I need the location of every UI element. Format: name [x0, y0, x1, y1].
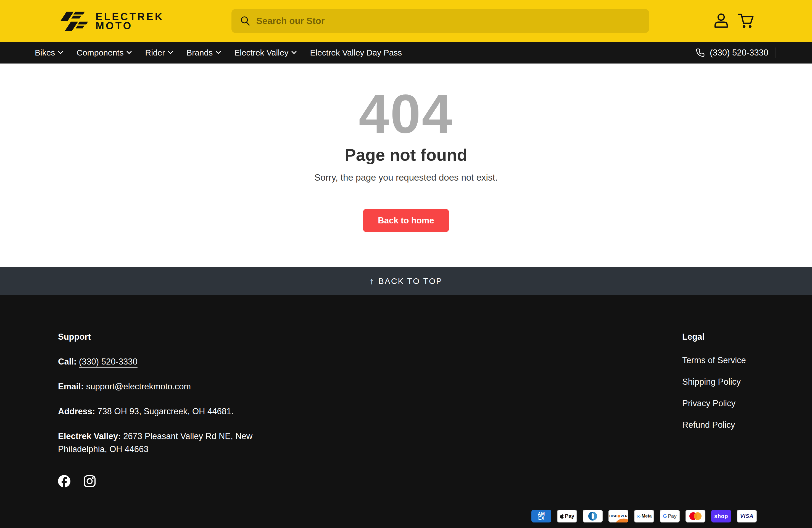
- call-label: Call:: [58, 357, 76, 366]
- nav-menu: Bikes Components Rider Brands Electrek V…: [35, 48, 402, 57]
- visa-text: VISA: [740, 513, 753, 519]
- nav-item-bikes[interactable]: Bikes: [35, 48, 62, 57]
- amex-text-top: AM: [538, 512, 545, 516]
- nav-item-rider[interactable]: Rider: [145, 48, 172, 57]
- nav-item-label: Rider: [145, 48, 165, 57]
- legal-link-shipping-policy[interactable]: Shipping Policy: [682, 376, 757, 388]
- instagram-icon[interactable]: [83, 475, 96, 487]
- phone-icon: [695, 48, 705, 57]
- support-valley-line: Electrek Valley: 2673 Pleasant Valley Rd…: [58, 430, 268, 456]
- back-to-top-bar[interactable]: ↑ BACK TO TOP: [0, 267, 812, 295]
- nav-item-label: Electrek Valley Day Pass: [310, 48, 402, 57]
- error-code: 404: [0, 63, 812, 142]
- meta-text: Meta: [642, 514, 652, 518]
- up-arrow-icon: ↑: [369, 276, 374, 287]
- discover-orange-dot: [618, 515, 620, 517]
- nav-item-brands[interactable]: Brands: [186, 48, 220, 57]
- chevron-down-icon: [216, 49, 221, 54]
- logo-text-line2: MOTO: [96, 21, 164, 30]
- payment-mastercard-icon: [685, 510, 706, 523]
- logo-text: ELECTREK MOTO: [96, 12, 164, 30]
- cart-icon[interactable]: [738, 13, 754, 29]
- support-phone-link[interactable]: (330) 520-3330: [79, 357, 137, 366]
- legal-heading: Legal: [682, 332, 757, 342]
- apple-pay-text: Pay: [565, 513, 575, 519]
- support-email-value: support@electrekmoto.com: [86, 382, 191, 391]
- apple-logo-icon: [560, 514, 564, 518]
- legal-link-refund-policy[interactable]: Refund Policy: [682, 419, 757, 431]
- nav-item-label: Bikes: [35, 48, 55, 57]
- legal-link-terms-of-service[interactable]: Terms of Service: [682, 354, 757, 367]
- search-input[interactable]: [256, 16, 649, 26]
- meta-infinity-symbol: ∞: [637, 513, 640, 519]
- discover-text-left: DISC: [609, 514, 617, 518]
- support-call-line: Call: (330) 520-3330: [58, 355, 268, 368]
- nav-item-electrek-valley[interactable]: Electrek Valley: [234, 48, 296, 57]
- amex-text-bottom: EX: [538, 516, 545, 520]
- payment-meta-pay-icon: ∞ Meta: [634, 510, 654, 523]
- nav-phone-link[interactable]: (330) 520-3330: [695, 48, 768, 58]
- nav-item-electrek-valley-day-pass[interactable]: Electrek Valley Day Pass: [310, 48, 402, 57]
- nav-phone-number: (330) 520-3330: [710, 48, 768, 58]
- nav-item-label: Components: [76, 48, 124, 57]
- payment-visa-icon: VISA: [737, 510, 757, 523]
- search-bar[interactable]: [231, 9, 649, 33]
- discover-text-right: VER: [621, 514, 627, 518]
- error-page: 404 Page not found Sorry, the page you r…: [0, 63, 812, 267]
- valley-label: Electrek Valley:: [58, 431, 121, 441]
- payment-methods: AM EX Pay DISC VER ∞ Meta G Pay: [532, 510, 757, 523]
- footer-legal-section: Legal Terms of Service Shipping Policy P…: [682, 332, 757, 487]
- support-address-value: 738 OH 93, Sugarcreek, OH 44681.: [98, 407, 234, 416]
- chevron-down-icon: [168, 49, 173, 54]
- logo-bolt-icon: [59, 11, 88, 31]
- chevron-down-icon: [58, 49, 63, 54]
- main-nav: Bikes Components Rider Brands Electrek V…: [0, 42, 812, 63]
- site-header: ELECTREK MOTO: [0, 0, 812, 42]
- nav-item-components[interactable]: Components: [76, 48, 131, 57]
- support-email-line: Email: support@electrekmoto.com: [58, 380, 268, 393]
- back-to-top-label: BACK TO TOP: [378, 276, 443, 286]
- facebook-icon[interactable]: [58, 475, 70, 487]
- footer-support-section: Support Call: (330) 520-3330 Email: supp…: [58, 332, 268, 487]
- social-links: [58, 475, 268, 487]
- email-label: Email:: [58, 382, 84, 391]
- chevron-down-icon: [127, 49, 132, 54]
- payment-discover-icon: DISC VER: [608, 510, 628, 523]
- site-footer: Support Call: (330) 520-3330 Email: supp…: [0, 295, 812, 528]
- back-to-home-button[interactable]: Back to home: [363, 209, 449, 232]
- nav-item-label: Brands: [186, 48, 213, 57]
- logo[interactable]: ELECTREK MOTO: [59, 11, 164, 31]
- address-label: Address:: [58, 407, 95, 416]
- nav-item-label: Electrek Valley: [234, 48, 288, 57]
- legal-link-privacy-policy[interactable]: Privacy Policy: [682, 397, 757, 410]
- payment-diners-club-icon: [583, 510, 603, 523]
- nav-divider: [775, 47, 776, 58]
- nav-right: (330) 520-3330: [695, 47, 776, 58]
- payment-amex-icon: AM EX: [532, 510, 551, 523]
- payment-google-pay-icon: G Pay: [660, 510, 680, 523]
- gpay-text: Pay: [668, 513, 677, 519]
- diners-club-logo: [588, 512, 597, 520]
- payment-shop-pay-icon: shop: [711, 510, 731, 523]
- account-icon[interactable]: [713, 13, 729, 29]
- support-heading: Support: [58, 332, 268, 342]
- shop-pay-text: shop: [714, 513, 728, 519]
- payment-apple-pay-icon: Pay: [557, 510, 577, 523]
- error-message: Sorry, the page you requested does not e…: [0, 172, 812, 183]
- search-icon: [240, 15, 251, 27]
- chevron-down-icon: [292, 49, 296, 54]
- support-address-line: Address: 738 OH 93, Sugarcreek, OH 44681…: [58, 405, 268, 418]
- error-title: Page not found: [0, 145, 812, 165]
- mastercard-circles-logo: [690, 512, 701, 520]
- gpay-g-logo: G: [663, 513, 667, 519]
